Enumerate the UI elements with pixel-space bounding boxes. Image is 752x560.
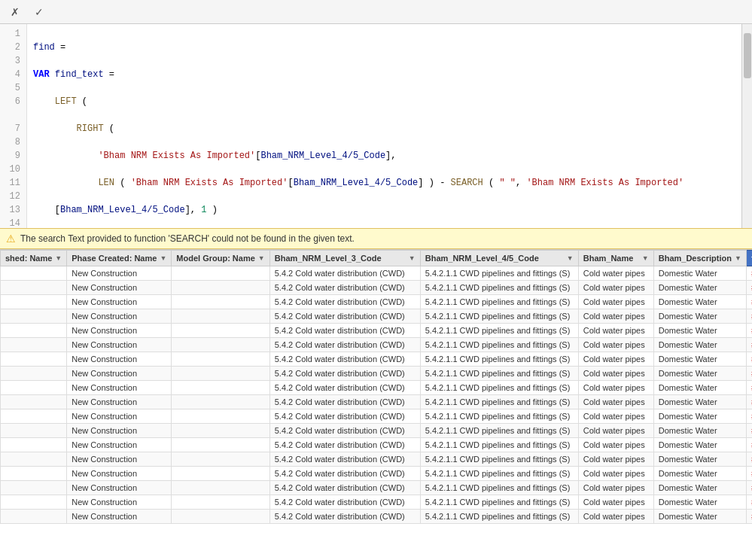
table-cell: Cold water pipes: [578, 324, 653, 338]
table-row: New Construction5.4.2 Cold water distrib…: [1, 495, 753, 510]
filter-bhamname-icon[interactable]: ▼: [642, 254, 649, 262]
table-cell: 5.4.2.1.1 CWD pipelines and fittings (S): [420, 395, 578, 409]
table-cell: #ERROR: [746, 395, 752, 409]
table-cell: Cold water pipes: [578, 281, 653, 295]
table-cell: New Construction: [67, 495, 172, 510]
table-cell: #ERROR: [746, 295, 752, 309]
data-table: shed: Name ▼ Phase Created: Name ▼: [0, 250, 752, 524]
table-cell: [172, 309, 269, 324]
table-cell: 5.4.2 Cold water distribution (CWD): [269, 409, 420, 424]
code-content[interactable]: find = VAR find_text = LEFT ( RIGHT ( 'B…: [27, 24, 741, 228]
table-cell: 5.4.2.1.1 CWD pipelines and fittings (S): [420, 281, 578, 295]
table-cell: [172, 381, 269, 395]
table-cell: 5.4.2.1.1 CWD pipelines and fittings (S): [420, 510, 578, 524]
table-cell: Cold water pipes: [578, 481, 653, 495]
table-cell: [172, 395, 269, 409]
table-cell: 5.4.2 Cold water distribution (CWD): [269, 367, 420, 381]
table-cell: Cold water pipes: [578, 338, 653, 352]
filter-shed-icon[interactable]: ▼: [55, 254, 62, 262]
table-cell: #ERROR: [746, 409, 752, 424]
table-row: New Construction5.4.2 Cold water distrib…: [1, 367, 753, 381]
table-cell: New Construction: [67, 281, 172, 295]
warning-icon: ⚠: [6, 233, 16, 245]
filter-bhamdesc-icon[interactable]: ▼: [735, 254, 741, 262]
table-wrapper[interactable]: shed: Name ▼ Phase Created: Name ▼: [0, 250, 752, 560]
table-cell: 5.4.2 Cold water distribution (CWD): [269, 338, 420, 352]
table-cell: [1, 281, 67, 295]
table-cell: #ERROR: [746, 452, 752, 467]
editor-scrollbar-thumb[interactable]: [744, 33, 751, 78]
table-cell: Domestic Water: [653, 324, 746, 338]
table-cell: #ERROR: [746, 338, 752, 352]
table-cell: Cold water pipes: [578, 309, 653, 324]
col-header-find: find ▼: [746, 251, 752, 266]
table-cell: 5.4.2.1.1 CWD pipelines and fittings (S): [420, 324, 578, 338]
table-row: New Construction5.4.2 Cold water distrib…: [1, 281, 753, 295]
table-cell: [172, 495, 269, 510]
table-cell: 5.4.2 Cold water distribution (CWD): [269, 266, 420, 281]
table-cell: 5.4.2 Cold water distribution (CWD): [269, 309, 420, 324]
table-cell: [1, 452, 67, 467]
col-header-level3: Bham_NRM_Level_3_Code ▼: [269, 251, 420, 266]
table-cell: New Construction: [67, 381, 172, 395]
table-cell: #ERROR: [746, 352, 752, 367]
table-cell: Domestic Water: [653, 367, 746, 381]
table-cell: #ERROR: [746, 495, 752, 510]
table-cell: Cold water pipes: [578, 295, 653, 309]
table-cell: Domestic Water: [653, 338, 746, 352]
editor-scrollbar[interactable]: [741, 24, 752, 228]
filter-phase-icon[interactable]: ▼: [160, 254, 166, 262]
table-cell: New Construction: [67, 324, 172, 338]
table-cell: #ERROR: [746, 324, 752, 338]
table-cell: 5.4.2 Cold water distribution (CWD): [269, 395, 420, 409]
table-cell: Cold water pipes: [578, 438, 653, 452]
table-cell: [1, 309, 67, 324]
table-cell: New Construction: [67, 309, 172, 324]
table-cell: [172, 467, 269, 481]
filter-level45-icon[interactable]: ▼: [567, 254, 574, 262]
table-row: New Construction5.4.2 Cold water distrib…: [1, 352, 753, 367]
table-cell: New Construction: [67, 266, 172, 281]
table-cell: Domestic Water: [653, 481, 746, 495]
table-body: New Construction5.4.2 Cold water distrib…: [1, 266, 753, 524]
table-cell: [1, 352, 67, 367]
table-cell: #ERROR: [746, 424, 752, 438]
table-row: New Construction5.4.2 Cold water distrib…: [1, 481, 753, 495]
table-cell: [172, 424, 269, 438]
table-cell: Domestic Water: [653, 424, 746, 438]
cancel-button[interactable]: ✗: [6, 3, 24, 21]
table-row: New Construction5.4.2 Cold water distrib…: [1, 510, 753, 524]
col-header-bhamname: Bham_Name ▼: [578, 251, 653, 266]
table-cell: Domestic Water: [653, 309, 746, 324]
table-row: New Construction5.4.2 Cold water distrib…: [1, 309, 753, 324]
table-row: New Construction5.4.2 Cold water distrib…: [1, 381, 753, 395]
col-header-shed: shed: Name ▼: [1, 251, 67, 266]
col-header-bhamdesc: Bham_Description ▼: [653, 251, 746, 266]
table-cell: Domestic Water: [653, 266, 746, 281]
table-cell: #ERROR: [746, 266, 752, 281]
table-cell: Domestic Water: [653, 409, 746, 424]
table-cell: Cold water pipes: [578, 424, 653, 438]
line-numbers: 1 2 3 4 5 6 7 8 9 10 11 12 13 14 15 16: [0, 24, 27, 228]
table-cell: 5.4.2.1.1 CWD pipelines and fittings (S): [420, 266, 578, 281]
table-cell: [1, 409, 67, 424]
table-cell: [172, 281, 269, 295]
table-cell: 5.4.2 Cold water distribution (CWD): [269, 324, 420, 338]
filter-model-icon[interactable]: ▼: [258, 254, 265, 262]
table-cell: New Construction: [67, 367, 172, 381]
table-cell: [172, 338, 269, 352]
table-cell: Domestic Water: [653, 510, 746, 524]
table-cell: New Construction: [67, 438, 172, 452]
table-cell: #ERROR: [746, 438, 752, 452]
table-cell: #ERROR: [746, 467, 752, 481]
table-cell: 5.4.2 Cold water distribution (CWD): [269, 438, 420, 452]
table-cell: #ERROR: [746, 510, 752, 524]
table-cell: [1, 395, 67, 409]
table-cell: 5.4.2.1.1 CWD pipelines and fittings (S): [420, 352, 578, 367]
table-cell: 5.4.2 Cold water distribution (CWD): [269, 381, 420, 395]
table-cell: 5.4.2.1.1 CWD pipelines and fittings (S): [420, 309, 578, 324]
filter-level3-icon[interactable]: ▼: [409, 254, 416, 262]
confirm-button[interactable]: ✓: [30, 3, 48, 21]
table-cell: 5.4.2.1.1 CWD pipelines and fittings (S): [420, 481, 578, 495]
table-cell: Cold water pipes: [578, 352, 653, 367]
